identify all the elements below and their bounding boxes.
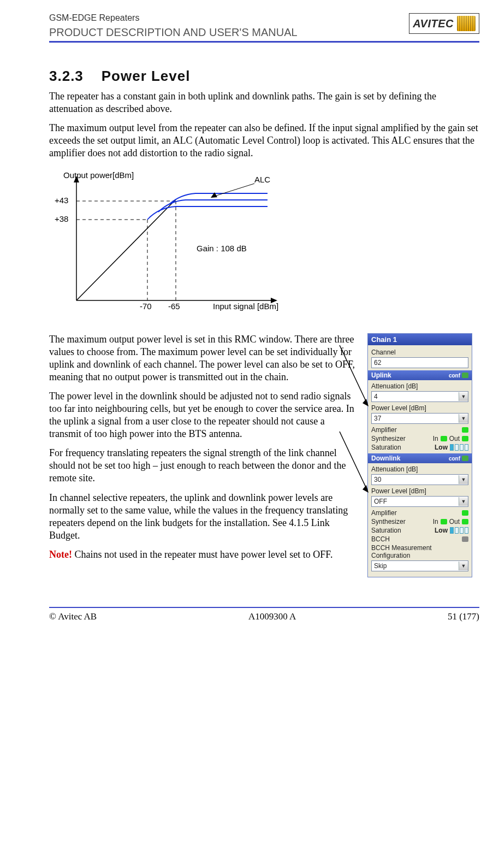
svg-marker-12 [363,399,369,406]
downlink-power-value: OFF [372,497,459,506]
downlink-power-select[interactable]: OFF ▼ [371,496,468,507]
note-paragraph: Note! Chains not used in the repeater mu… [49,548,357,561]
footer-page: 51 (177) [448,611,479,622]
conf-label: conf [449,373,460,379]
paragraph: The repeater has a constant gain in both… [49,90,479,115]
y-axis-label: Output power[dBm] [63,170,134,180]
status-led-icon [462,536,468,542]
brand-text: AVITEC [413,17,454,30]
paragraph: For frequency translating repeaters the … [49,447,357,485]
uplink-sat-label: Saturation [371,444,401,451]
pointer-arrows [337,339,370,557]
svg-line-8 [76,199,176,300]
note-label: Note! [49,549,72,560]
panel-title: Chain 1 [368,334,472,345]
chevron-down-icon: ▼ [459,475,468,484]
brand-sun-icon [457,16,476,31]
bcch-meas-select[interactable]: Skip ▼ [371,560,468,571]
svg-line-11 [340,345,367,403]
x-axis-label: Input signal [dBm] [213,302,278,311]
uplink-atten-select[interactable]: 4 ▼ [371,391,468,402]
status-led-icon [441,519,447,524]
x-tick: -70 [140,302,152,311]
downlink-atten-label: Attenuation [dB] [371,465,468,473]
uplink-sat-value: Low [435,444,448,451]
paragraph: In channel selective repeaters, the upli… [49,492,357,542]
chain-panel: Chain 1 Channel 62 Uplink conf Attenuati… [367,333,472,577]
alc-diagram: Output power[dBm] Input signal [dBm] +43… [49,169,479,314]
conf-led-icon [462,373,468,378]
status-led-icon [462,427,468,433]
chevron-down-icon: ▼ [459,414,468,423]
uplink-power-value: 37 [372,414,459,423]
channel-value: 62 [372,358,468,368]
conf-label: conf [449,456,460,462]
paragraph: The maximum output level from the repeat… [49,122,479,160]
svg-line-9 [213,184,254,197]
bcch-meas-label: BCCH Measurement Configuration [371,544,468,559]
bcch-meas-value: Skip [372,561,459,571]
status-led-icon [441,436,447,441]
channel-input[interactable]: 62 [371,357,468,368]
svg-line-13 [340,432,367,489]
downlink-atten-select[interactable]: 30 ▼ [371,474,468,485]
doc-title: PRODUCT DESCRIPTION AND USER'S MANUAL [49,26,298,39]
doc-category: GSM-EDGE Repeaters [49,13,298,23]
downlink-sat-value: Low [435,527,448,534]
uplink-power-label: Power Level [dBm] [371,404,468,412]
paragraph: The maximum output power level is set in… [49,333,357,383]
uplink-amplifier-label: Amplifier [371,426,397,434]
downlink-amplifier-label: Amplifier [371,509,397,517]
downlink-atten-value: 30 [372,475,459,485]
saturation-bars-icon [450,527,468,534]
section-title: Power Level [102,68,191,84]
status-led-icon [462,436,468,441]
svg-marker-14 [363,485,369,493]
footer-copyright: © Avitec AB [49,611,97,622]
status-led-icon [462,510,468,516]
uplink-atten-label: Attenuation [dB] [371,382,468,390]
saturation-bars-icon [450,444,468,451]
paragraph: The power level in the downlink should b… [49,390,357,440]
section-number: 3.2.3 [49,68,84,84]
footer-rule [49,607,479,608]
chevron-down-icon: ▼ [459,392,468,401]
chevron-down-icon: ▼ [459,497,468,506]
downlink-sat-label: Saturation [371,527,401,534]
out-label: Out [449,518,460,525]
header-rule [49,41,479,43]
out-label: Out [449,435,460,442]
uplink-power-select[interactable]: 37 ▼ [371,413,468,424]
downlink-section-title: Downlink [371,454,400,462]
uplink-synth-label: Synthesizer [371,435,406,442]
footer-docnum: A1009300 A [248,611,296,622]
uplink-section-title: Uplink [371,371,391,379]
gain-label: Gain : 108 dB [197,244,247,253]
alc-label: ALC [254,175,270,184]
bcch-label: BCCH [371,535,390,543]
status-led-icon [462,519,468,524]
y-tick: +43 [55,196,68,205]
channel-label: Channel [371,349,468,356]
in-label: In [433,518,438,525]
downlink-power-label: Power Level [dBm] [371,487,468,495]
downlink-synth-label: Synthesizer [371,518,406,525]
note-text: Chains not used in the repeater must hav… [72,549,332,560]
conf-led-icon [462,456,468,461]
chevron-down-icon: ▼ [459,562,468,570]
uplink-atten-value: 4 [372,392,459,401]
section-heading: 3.2.3 Power Level [49,68,479,85]
brand-logo: AVITEC [409,13,479,34]
y-tick: +38 [55,214,68,223]
in-label: In [433,435,438,442]
x-tick: -65 [168,302,180,311]
